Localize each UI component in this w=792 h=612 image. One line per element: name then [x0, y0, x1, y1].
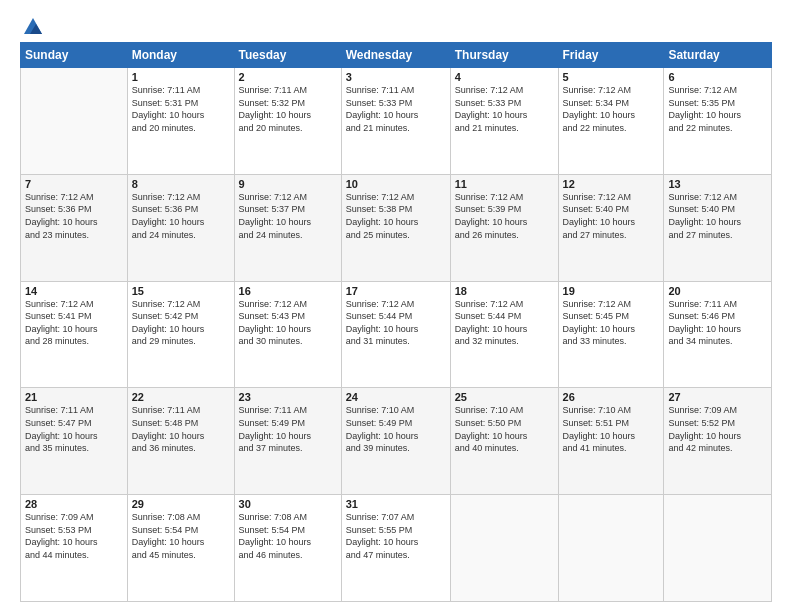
day-number: 27 — [668, 391, 767, 403]
day-info: Sunrise: 7:12 AM Sunset: 5:39 PM Dayligh… — [455, 191, 554, 241]
day-info: Sunrise: 7:12 AM Sunset: 5:35 PM Dayligh… — [668, 84, 767, 134]
day-number: 19 — [563, 285, 660, 297]
weekday-header-row: SundayMondayTuesdayWednesdayThursdayFrid… — [21, 43, 772, 68]
day-number: 14 — [25, 285, 123, 297]
day-info: Sunrise: 7:12 AM Sunset: 5:44 PM Dayligh… — [455, 298, 554, 348]
day-cell: 28 Sunrise: 7:09 AM Sunset: 5:53 PM Dayl… — [21, 495, 128, 602]
day-info: Sunrise: 7:12 AM Sunset: 5:44 PM Dayligh… — [346, 298, 446, 348]
day-cell: 10 Sunrise: 7:12 AM Sunset: 5:38 PM Dayl… — [341, 174, 450, 281]
day-cell: 30 Sunrise: 7:08 AM Sunset: 5:54 PM Dayl… — [234, 495, 341, 602]
day-number: 15 — [132, 285, 230, 297]
day-info: Sunrise: 7:11 AM Sunset: 5:31 PM Dayligh… — [132, 84, 230, 134]
day-cell: 24 Sunrise: 7:10 AM Sunset: 5:49 PM Dayl… — [341, 388, 450, 495]
header — [20, 16, 772, 34]
weekday-header-wednesday: Wednesday — [341, 43, 450, 68]
page: SundayMondayTuesdayWednesdayThursdayFrid… — [0, 0, 792, 612]
day-info: Sunrise: 7:12 AM Sunset: 5:43 PM Dayligh… — [239, 298, 337, 348]
day-number: 11 — [455, 178, 554, 190]
day-number: 7 — [25, 178, 123, 190]
day-info: Sunrise: 7:12 AM Sunset: 5:40 PM Dayligh… — [668, 191, 767, 241]
day-cell — [664, 495, 772, 602]
day-cell: 31 Sunrise: 7:07 AM Sunset: 5:55 PM Dayl… — [341, 495, 450, 602]
day-number: 24 — [346, 391, 446, 403]
day-cell: 11 Sunrise: 7:12 AM Sunset: 5:39 PM Dayl… — [450, 174, 558, 281]
day-info: Sunrise: 7:08 AM Sunset: 5:54 PM Dayligh… — [132, 511, 230, 561]
day-number: 3 — [346, 71, 446, 83]
day-info: Sunrise: 7:12 AM Sunset: 5:42 PM Dayligh… — [132, 298, 230, 348]
weekday-header-friday: Friday — [558, 43, 664, 68]
day-cell: 1 Sunrise: 7:11 AM Sunset: 5:31 PM Dayli… — [127, 68, 234, 175]
weekday-header-monday: Monday — [127, 43, 234, 68]
day-number: 1 — [132, 71, 230, 83]
day-cell: 25 Sunrise: 7:10 AM Sunset: 5:50 PM Dayl… — [450, 388, 558, 495]
day-info: Sunrise: 7:08 AM Sunset: 5:54 PM Dayligh… — [239, 511, 337, 561]
logo — [20, 16, 44, 34]
day-number: 28 — [25, 498, 123, 510]
day-info: Sunrise: 7:11 AM Sunset: 5:49 PM Dayligh… — [239, 404, 337, 454]
day-cell — [558, 495, 664, 602]
day-number: 16 — [239, 285, 337, 297]
day-cell: 4 Sunrise: 7:12 AM Sunset: 5:33 PM Dayli… — [450, 68, 558, 175]
day-cell: 22 Sunrise: 7:11 AM Sunset: 5:48 PM Dayl… — [127, 388, 234, 495]
day-cell: 5 Sunrise: 7:12 AM Sunset: 5:34 PM Dayli… — [558, 68, 664, 175]
day-cell: 17 Sunrise: 7:12 AM Sunset: 5:44 PM Dayl… — [341, 281, 450, 388]
calendar-table: SundayMondayTuesdayWednesdayThursdayFrid… — [20, 42, 772, 602]
day-cell: 2 Sunrise: 7:11 AM Sunset: 5:32 PM Dayli… — [234, 68, 341, 175]
day-info: Sunrise: 7:12 AM Sunset: 5:45 PM Dayligh… — [563, 298, 660, 348]
day-cell: 21 Sunrise: 7:11 AM Sunset: 5:47 PM Dayl… — [21, 388, 128, 495]
day-info: Sunrise: 7:10 AM Sunset: 5:51 PM Dayligh… — [563, 404, 660, 454]
day-number: 22 — [132, 391, 230, 403]
day-info: Sunrise: 7:12 AM Sunset: 5:36 PM Dayligh… — [25, 191, 123, 241]
day-info: Sunrise: 7:11 AM Sunset: 5:48 PM Dayligh… — [132, 404, 230, 454]
day-number: 12 — [563, 178, 660, 190]
day-info: Sunrise: 7:12 AM Sunset: 5:41 PM Dayligh… — [25, 298, 123, 348]
day-info: Sunrise: 7:12 AM Sunset: 5:34 PM Dayligh… — [563, 84, 660, 134]
week-row-5: 28 Sunrise: 7:09 AM Sunset: 5:53 PM Dayl… — [21, 495, 772, 602]
day-number: 13 — [668, 178, 767, 190]
weekday-header-thursday: Thursday — [450, 43, 558, 68]
logo-icon — [22, 16, 44, 38]
day-info: Sunrise: 7:10 AM Sunset: 5:49 PM Dayligh… — [346, 404, 446, 454]
day-number: 25 — [455, 391, 554, 403]
day-cell: 29 Sunrise: 7:08 AM Sunset: 5:54 PM Dayl… — [127, 495, 234, 602]
day-cell: 16 Sunrise: 7:12 AM Sunset: 5:43 PM Dayl… — [234, 281, 341, 388]
day-number: 5 — [563, 71, 660, 83]
day-info: Sunrise: 7:12 AM Sunset: 5:38 PM Dayligh… — [346, 191, 446, 241]
day-info: Sunrise: 7:11 AM Sunset: 5:32 PM Dayligh… — [239, 84, 337, 134]
day-number: 23 — [239, 391, 337, 403]
day-cell — [21, 68, 128, 175]
week-row-2: 7 Sunrise: 7:12 AM Sunset: 5:36 PM Dayli… — [21, 174, 772, 281]
weekday-header-tuesday: Tuesday — [234, 43, 341, 68]
day-info: Sunrise: 7:10 AM Sunset: 5:50 PM Dayligh… — [455, 404, 554, 454]
day-number: 30 — [239, 498, 337, 510]
day-cell: 18 Sunrise: 7:12 AM Sunset: 5:44 PM Dayl… — [450, 281, 558, 388]
day-cell: 6 Sunrise: 7:12 AM Sunset: 5:35 PM Dayli… — [664, 68, 772, 175]
day-cell — [450, 495, 558, 602]
week-row-3: 14 Sunrise: 7:12 AM Sunset: 5:41 PM Dayl… — [21, 281, 772, 388]
day-number: 26 — [563, 391, 660, 403]
day-number: 4 — [455, 71, 554, 83]
day-cell: 26 Sunrise: 7:10 AM Sunset: 5:51 PM Dayl… — [558, 388, 664, 495]
day-info: Sunrise: 7:11 AM Sunset: 5:33 PM Dayligh… — [346, 84, 446, 134]
day-cell: 8 Sunrise: 7:12 AM Sunset: 5:36 PM Dayli… — [127, 174, 234, 281]
week-row-4: 21 Sunrise: 7:11 AM Sunset: 5:47 PM Dayl… — [21, 388, 772, 495]
day-info: Sunrise: 7:07 AM Sunset: 5:55 PM Dayligh… — [346, 511, 446, 561]
day-info: Sunrise: 7:11 AM Sunset: 5:47 PM Dayligh… — [25, 404, 123, 454]
week-row-1: 1 Sunrise: 7:11 AM Sunset: 5:31 PM Dayli… — [21, 68, 772, 175]
day-cell: 15 Sunrise: 7:12 AM Sunset: 5:42 PM Dayl… — [127, 281, 234, 388]
day-cell: 19 Sunrise: 7:12 AM Sunset: 5:45 PM Dayl… — [558, 281, 664, 388]
day-number: 29 — [132, 498, 230, 510]
day-info: Sunrise: 7:09 AM Sunset: 5:53 PM Dayligh… — [25, 511, 123, 561]
day-cell: 27 Sunrise: 7:09 AM Sunset: 5:52 PM Dayl… — [664, 388, 772, 495]
weekday-header-sunday: Sunday — [21, 43, 128, 68]
day-info: Sunrise: 7:12 AM Sunset: 5:33 PM Dayligh… — [455, 84, 554, 134]
day-info: Sunrise: 7:12 AM Sunset: 5:37 PM Dayligh… — [239, 191, 337, 241]
day-cell: 14 Sunrise: 7:12 AM Sunset: 5:41 PM Dayl… — [21, 281, 128, 388]
day-number: 17 — [346, 285, 446, 297]
day-number: 8 — [132, 178, 230, 190]
day-number: 21 — [25, 391, 123, 403]
day-number: 2 — [239, 71, 337, 83]
day-cell: 23 Sunrise: 7:11 AM Sunset: 5:49 PM Dayl… — [234, 388, 341, 495]
day-info: Sunrise: 7:09 AM Sunset: 5:52 PM Dayligh… — [668, 404, 767, 454]
day-info: Sunrise: 7:12 AM Sunset: 5:36 PM Dayligh… — [132, 191, 230, 241]
